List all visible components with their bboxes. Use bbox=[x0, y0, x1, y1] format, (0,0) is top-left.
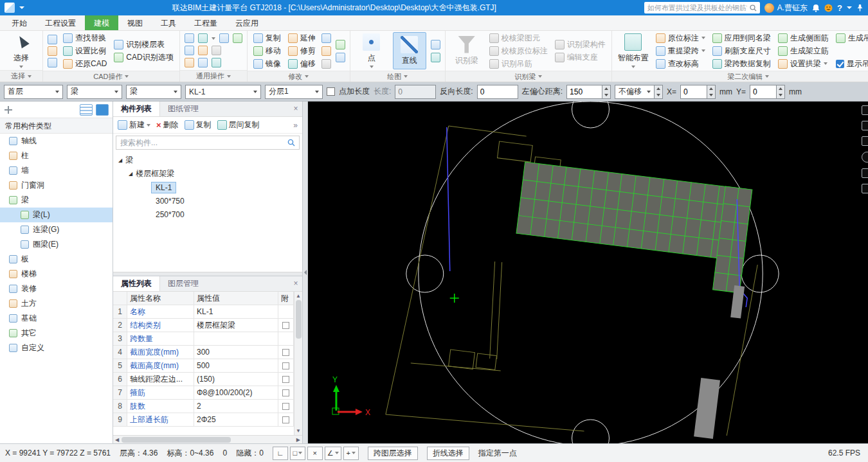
horizontal-scrollbar[interactable]: ◀ ▶ bbox=[113, 435, 302, 443]
generate-erect-rebar-button[interactable]: 生成架立筋 bbox=[777, 45, 830, 57]
category-select[interactable]: 梁 bbox=[67, 85, 122, 99]
common-op-icon-5[interactable] bbox=[185, 46, 194, 55]
panel-view-toggle-icon[interactable] bbox=[96, 104, 109, 116]
cad-identify-options-button[interactable]: CAD识别选项 bbox=[113, 51, 174, 64]
group-label-modify[interactable]: 修改 bbox=[248, 71, 350, 82]
close-icon[interactable]: × bbox=[289, 276, 302, 291]
tab-view[interactable]: 视图 bbox=[118, 15, 152, 30]
attach-checkbox[interactable] bbox=[282, 349, 289, 356]
move-button[interactable]: 移动 bbox=[252, 45, 282, 57]
common-op-icon-1[interactable] bbox=[185, 33, 194, 43]
layer-select[interactable]: 分层1 bbox=[265, 85, 323, 99]
tab-tools[interactable]: 工具 bbox=[152, 15, 185, 30]
tab-cloud[interactable]: 云应用 bbox=[226, 15, 267, 30]
sidebar-item-decoration[interactable]: 装修 bbox=[0, 281, 113, 296]
user-account[interactable]: A.曹钲东 bbox=[764, 3, 808, 13]
tab-property-list[interactable]: 属性列表 bbox=[113, 276, 160, 291]
tab-quantity[interactable]: 工程量 bbox=[185, 15, 226, 30]
generate-side-rebar-button[interactable]: 生成侧面筋 bbox=[777, 32, 830, 44]
group-label-draw[interactable]: 绘图 bbox=[350, 71, 445, 82]
close-icon[interactable]: × bbox=[289, 102, 302, 116]
tree-node-beam[interactable]: ◢梁 bbox=[113, 154, 302, 167]
attach-checkbox[interactable] bbox=[282, 362, 289, 369]
sidebar-item-wall[interactable]: 墙 bbox=[0, 163, 113, 178]
common-op-icon-2[interactable] bbox=[198, 33, 208, 43]
group-label-common[interactable]: 通用操作 bbox=[180, 70, 247, 82]
toolbar-overflow-icon[interactable]: » bbox=[293, 121, 298, 130]
new-component-button[interactable]: 新建 bbox=[118, 120, 150, 130]
check-beam-elements-button[interactable]: 校核梁图元 bbox=[488, 32, 549, 44]
app-icon[interactable] bbox=[5, 3, 15, 13]
polyline-select-button[interactable]: 折线选择 bbox=[427, 447, 469, 460]
sidebar-item-others[interactable]: 其它 bbox=[0, 326, 113, 341]
sidebar-item-link-beam[interactable]: 连梁(G) bbox=[0, 222, 113, 237]
panel-collapse-handle[interactable] bbox=[303, 102, 308, 443]
sidebar-item-axis[interactable]: 轴线 bbox=[0, 134, 113, 148]
show-hanging-rebar-toggle[interactable]: 显示吊筋 bbox=[835, 58, 868, 70]
reverse-length-input[interactable] bbox=[477, 85, 518, 99]
mirror-button[interactable]: 镜像 bbox=[252, 58, 282, 70]
measure-tool-icon[interactable] bbox=[862, 184, 868, 193]
identify-beam-component-button[interactable]: 识别梁构件 bbox=[554, 39, 607, 51]
group-label-beam-edit[interactable]: 梁二次编辑 bbox=[612, 71, 868, 82]
apply-to-same-name-beam-button[interactable]: 应用到同名梁 bbox=[711, 32, 772, 44]
component-search-box[interactable] bbox=[116, 136, 300, 150]
snap-settings-button[interactable]: □ bbox=[290, 447, 305, 460]
floor-select[interactable]: 首层 bbox=[4, 85, 63, 99]
attach-checkbox[interactable] bbox=[282, 403, 289, 410]
set-arch-beam-button[interactable]: 设置拱梁 bbox=[777, 58, 830, 70]
re-extract-beam-span-button[interactable]: 重提梁跨 bbox=[655, 45, 707, 57]
identify-beam-button[interactable]: 识别梁 bbox=[450, 32, 484, 69]
edit-support-button[interactable]: 编辑支座 bbox=[554, 51, 607, 64]
length-input[interactable] bbox=[395, 85, 436, 99]
copy-between-floors-button[interactable]: 层间复制 bbox=[217, 120, 260, 130]
lock-icon[interactable] bbox=[185, 58, 194, 67]
erase-icon[interactable] bbox=[321, 59, 331, 69]
cross-layer-select-button[interactable]: 跨图层选择 bbox=[368, 447, 418, 460]
pin-icon[interactable] bbox=[856, 4, 863, 12]
common-op-icon-3[interactable] bbox=[219, 33, 229, 43]
array-icon[interactable] bbox=[336, 40, 345, 49]
generate-hanging-rebar-button[interactable]: 生成吊筋 bbox=[835, 32, 868, 44]
tree-item-250x700[interactable]: 250*700 bbox=[113, 208, 302, 221]
angle-snap-button[interactable]: ∠ bbox=[325, 447, 341, 460]
sidebar-item-beam-l[interactable]: 梁(L) bbox=[0, 208, 113, 222]
tab-home[interactable]: 开始 bbox=[3, 15, 36, 30]
sidebar-item-beam[interactable]: 梁 bbox=[0, 193, 113, 208]
set-scale-button[interactable]: 设置比例 bbox=[62, 45, 108, 57]
pan-tool-icon[interactable] bbox=[862, 168, 868, 178]
brush-icon[interactable] bbox=[321, 46, 331, 56]
help-search-box[interactable] bbox=[644, 2, 760, 13]
help-icon[interactable]: ? bbox=[837, 3, 842, 13]
offset-spinner[interactable] bbox=[602, 85, 611, 99]
refresh-support-size-button[interactable]: 刷新支座尺寸 bbox=[711, 45, 772, 57]
rectangle-icon[interactable] bbox=[431, 40, 440, 49]
component-select[interactable]: KL-1 bbox=[185, 85, 261, 99]
modify-elevation-button[interactable]: 查改标高 bbox=[655, 58, 707, 70]
offset-mode-select[interactable]: 不偏移 bbox=[615, 85, 655, 99]
extend-button[interactable]: 延伸 bbox=[287, 32, 317, 44]
group-label-cad[interactable]: CAD操作 bbox=[43, 71, 179, 82]
delete-component-button[interactable]: ×删除 bbox=[156, 120, 179, 130]
cad-sheet-icon-1[interactable] bbox=[48, 35, 57, 44]
identify-hanging-rebar-button[interactable]: 识别吊筋 bbox=[488, 58, 549, 70]
y-input[interactable] bbox=[750, 85, 777, 99]
tab-drawing-management[interactable]: 图纸管理 bbox=[160, 102, 206, 116]
tree-item-kl1[interactable]: KL-1 bbox=[113, 181, 302, 194]
point-add-length-checkbox[interactable] bbox=[327, 87, 335, 96]
draw-point-button[interactable]: 点 bbox=[355, 32, 388, 69]
attach-checkbox[interactable] bbox=[282, 376, 289, 383]
attach-checkbox[interactable] bbox=[282, 389, 289, 396]
sidebar-item-opening[interactable]: 门窗洞 bbox=[0, 178, 113, 193]
sidebar-item-custom[interactable]: 自定义 bbox=[0, 341, 113, 355]
component-search-input[interactable] bbox=[120, 138, 285, 147]
x-spinner[interactable] bbox=[707, 85, 716, 99]
refresh-icon[interactable] bbox=[212, 58, 221, 67]
trim-button[interactable]: 修剪 bbox=[287, 45, 317, 57]
offset-mode-spinner[interactable] bbox=[655, 85, 663, 99]
notifications-bell-icon[interactable] bbox=[812, 4, 820, 12]
identify-floor-table-button[interactable]: 识别楼层表 bbox=[113, 39, 174, 51]
align-icon[interactable] bbox=[321, 33, 331, 43]
cad-sheet-icon-2[interactable] bbox=[48, 46, 57, 56]
vertical-scrollbar[interactable]: ▲ ▼ bbox=[294, 292, 302, 435]
